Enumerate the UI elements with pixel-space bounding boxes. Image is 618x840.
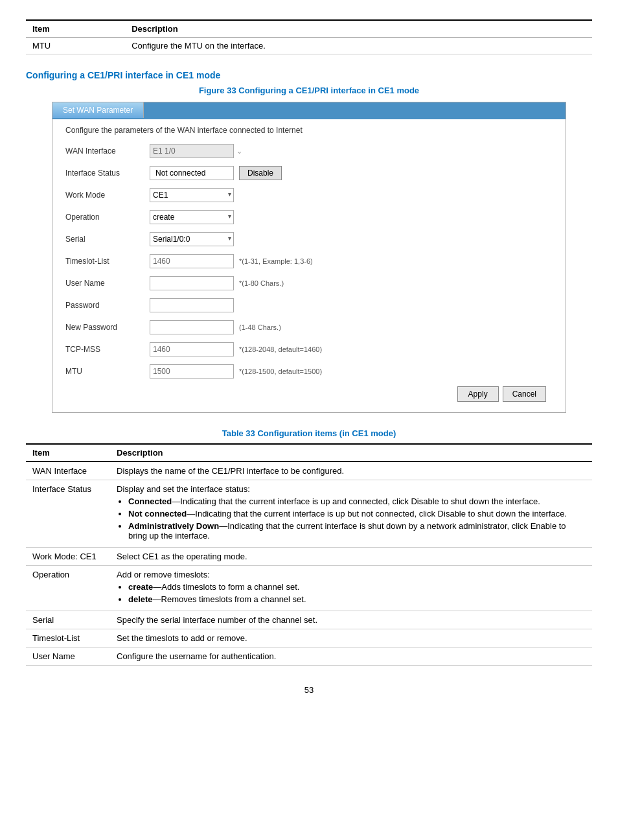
list-item: delete—Removes timeslots from a channel … — [128, 594, 586, 604]
table-cell-item: MTU — [26, 38, 125, 54]
select-work-mode[interactable]: CE1 — [150, 188, 234, 202]
top-table-desc-header: Description — [125, 20, 592, 38]
form-row-wan-interface: WAN Interface ⌄ — [65, 143, 553, 159]
hint-tcp-mss: *(128-2048, default=1460) — [239, 345, 322, 353]
rest-create: —Adds timeslots to form a channel set. — [153, 582, 299, 592]
table-row: Work Mode: CE1 Select CE1 as the operati… — [26, 548, 592, 566]
bold-delete: delete — [128, 594, 153, 604]
table-heading: Table 33 Configuration items (in CE1 mod… — [26, 428, 592, 438]
table-cell-desc: Add or remove timeslots: create—Adds tim… — [110, 566, 592, 611]
select-wrapper-work-mode[interactable]: CE1 ▾ — [150, 188, 234, 202]
label-timeslot-list: Timeslot-List — [65, 257, 150, 266]
interface-status-list: Connected—Indicating that the current in… — [117, 496, 586, 541]
cancel-button[interactable]: Cancel — [503, 386, 546, 402]
form-row-tcp-mss: TCP-MSS *(128-2048, default=1460) — [65, 341, 553, 358]
label-work-mode: Work Mode — [65, 191, 150, 200]
label-new-password: New Password — [65, 323, 150, 332]
hint-user-name: *(1-80 Chars.) — [239, 279, 284, 287]
top-table-item-header: Item — [26, 20, 125, 38]
wan-tab[interactable]: Set WAN Parameter — [52, 102, 144, 118]
form-row-serial: Serial Serial1/0:0 ▾ — [65, 231, 553, 248]
disable-button[interactable]: Disable — [239, 166, 282, 180]
config-table: Item Description WAN Interface Displays … — [26, 443, 592, 666]
select-wrapper-serial[interactable]: Serial1/0:0 ▾ — [150, 232, 234, 246]
list-item: Administratively Down—Indicating that th… — [128, 521, 586, 541]
table-cell-desc: Configure the username for authenticatio… — [110, 648, 592, 666]
table-row: User Name Configure the username for aut… — [26, 648, 592, 666]
rest-connected: —Indicating that the current interface i… — [172, 496, 540, 506]
table-cell-item: Interface Status — [26, 480, 110, 548]
form-row-operation: Operation create delete ▾ — [65, 209, 553, 226]
top-table: Item Description MTU Configure the MTU o… — [26, 19, 592, 54]
label-serial: Serial — [65, 235, 150, 244]
table-row: Timeslot-List Set the timeslots to add o… — [26, 629, 592, 648]
form-row-timeslot-list: Timeslot-List *(1-31, Example: 1,3-6) — [65, 253, 553, 270]
label-password: Password — [65, 301, 150, 310]
bold-connected: Connected — [128, 496, 172, 506]
label-tcp-mss: TCP-MSS — [65, 345, 150, 354]
table-cell-desc: Display and set the interface status: Co… — [110, 480, 592, 548]
select-operation[interactable]: create delete — [150, 210, 234, 224]
label-user-name: User Name — [65, 279, 150, 288]
form-row-interface-status: Interface Status Not connected Disable — [65, 165, 553, 181]
select-serial[interactable]: Serial1/0:0 — [150, 232, 234, 246]
table-cell-desc: Select CE1 as the operating mode. — [110, 548, 592, 566]
label-operation: Operation — [65, 213, 150, 222]
table-cell-desc: Set the timeslots to add or remove. — [110, 629, 592, 648]
rest-not-connected: —Indicating that the current interface i… — [187, 509, 567, 519]
operation-list: create—Adds timeslots to form a channel … — [117, 582, 586, 604]
figure-heading: Figure 33 Configuring a CE1/PRI interfac… — [26, 86, 592, 95]
table-cell-item: Operation — [26, 566, 110, 611]
input-mtu[interactable] — [150, 364, 234, 379]
rest-delete: —Removes timeslots from a channel set. — [153, 594, 306, 604]
input-password[interactable] — [150, 298, 234, 312]
table-row: MTU Configure the MTU on the interface. — [26, 38, 592, 54]
table-cell-item: Timeslot-List — [26, 629, 110, 648]
table-cell-item: WAN Interface — [26, 461, 110, 480]
hint-new-password: (1-48 Chars.) — [239, 323, 281, 331]
table-cell-item: Serial — [26, 611, 110, 629]
input-user-name[interactable] — [150, 276, 234, 290]
table-row: Operation Add or remove timeslots: creat… — [26, 566, 592, 611]
form-row-password: Password — [65, 297, 553, 314]
list-item: Not connected—Indicating that the curren… — [128, 509, 586, 519]
bold-create: create — [128, 582, 153, 592]
wan-parameter-box: Set WAN Parameter Configure the paramete… — [52, 102, 566, 413]
input-new-password[interactable] — [150, 320, 234, 334]
table-row: Interface Status Display and set the int… — [26, 480, 592, 548]
form-row-mtu: MTU *(128-1500, default=1500) — [65, 363, 553, 380]
apply-button[interactable]: Apply — [457, 386, 499, 402]
input-timeslot-list[interactable] — [150, 254, 234, 268]
table-cell-desc: Specify the serial interface number of t… — [110, 611, 592, 629]
form-buttons: Apply Cancel — [65, 386, 553, 402]
hint-timeslot-list: *(1-31, Example: 1,3-6) — [239, 257, 313, 265]
form-row-work-mode: Work Mode CE1 ▾ — [65, 187, 553, 204]
input-tcp-mss[interactable] — [150, 342, 234, 356]
wan-description: Configure the parameters of the WAN inte… — [65, 126, 553, 135]
table-cell-desc: Configure the MTU on the interface. — [125, 38, 592, 54]
status-text-not-connected: Not connected — [150, 166, 234, 180]
table-cell-item: User Name — [26, 648, 110, 666]
hint-mtu: *(128-1500, default=1500) — [239, 368, 322, 375]
page-number: 53 — [26, 685, 592, 695]
select-wrapper-operation[interactable]: create delete ▾ — [150, 210, 234, 224]
label-mtu: MTU — [65, 367, 150, 376]
config-table-item-header: Item — [26, 444, 110, 461]
label-wan-interface: WAN Interface — [65, 146, 150, 156]
section-heading: Configuring a CE1/PRI interface in CE1 m… — [26, 70, 592, 80]
table-cell-desc: Displays the name of the CE1/PRI interfa… — [110, 461, 592, 480]
table-cell-item: Work Mode: CE1 — [26, 548, 110, 566]
list-item: Connected—Indicating that the current in… — [128, 496, 586, 506]
wan-tab-bar: Set WAN Parameter — [52, 102, 566, 119]
form-row-user-name: User Name *(1-80 Chars.) — [65, 275, 553, 292]
table-row: Serial Specify the serial interface numb… — [26, 611, 592, 629]
list-item: create—Adds timeslots to form a channel … — [128, 582, 586, 592]
bold-admin-down: Administratively Down — [128, 521, 219, 531]
input-wan-interface — [150, 144, 234, 158]
table-row: WAN Interface Displays the name of the C… — [26, 461, 592, 480]
bold-not-connected: Not connected — [128, 509, 187, 519]
form-row-new-password: New Password (1-48 Chars.) — [65, 319, 553, 336]
config-table-desc-header: Description — [110, 444, 592, 461]
wan-content: Configure the parameters of the WAN inte… — [52, 119, 566, 412]
label-interface-status: Interface Status — [65, 169, 150, 178]
